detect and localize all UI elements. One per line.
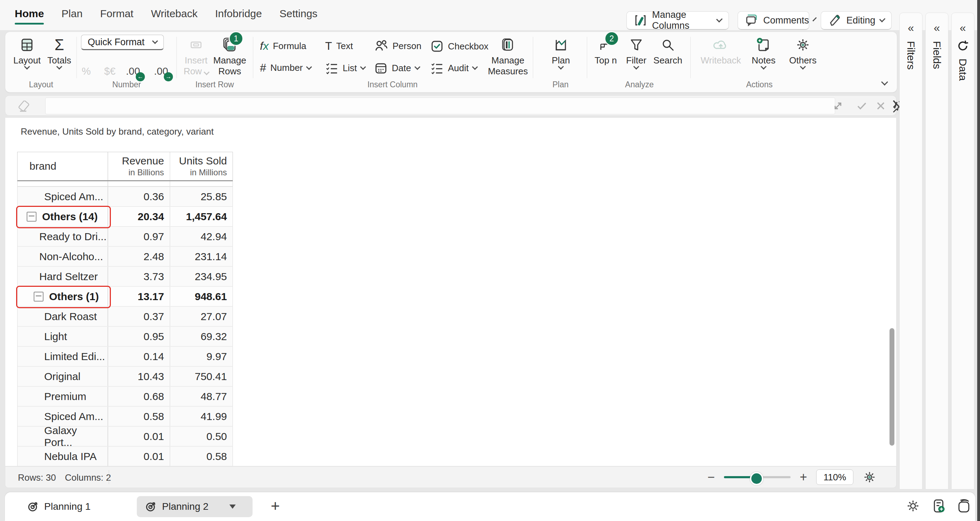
brand-cell[interactable]: Spiced Am... <box>18 187 108 206</box>
units-cell[interactable]: 9.97 <box>170 347 232 366</box>
writeback-button[interactable]: Writeback <box>698 35 744 66</box>
units-cell[interactable]: 27.07 <box>170 307 232 326</box>
plan-button[interactable]: Plan <box>546 35 576 69</box>
grid-settings-gear-icon[interactable] <box>862 470 877 484</box>
units-cell[interactable]: 69.32 <box>170 327 232 346</box>
menu-home[interactable]: Home <box>15 8 44 25</box>
revenue-cell[interactable]: 0.97 <box>108 227 170 246</box>
table-row[interactable]: Original 10.43 750.41 <box>17 367 233 387</box>
table-row[interactable]: Non-Alcoho... 2.48 231.14 <box>17 247 233 267</box>
column-header-units-sold[interactable]: Units Sold in Millions <box>170 152 232 180</box>
settings-gear-icon[interactable] <box>906 499 920 513</box>
layers-icon[interactable] <box>956 499 972 514</box>
tab-planning-1[interactable]: Planning 1 <box>19 496 98 517</box>
units-cell[interactable]: 0.58 <box>170 447 232 466</box>
brand-cell[interactable]: Ready to Dri... <box>18 227 108 246</box>
tab-planning-2[interactable]: Planning 2 <box>137 496 253 517</box>
revenue-cell[interactable]: 0.14 <box>108 347 170 366</box>
table-row[interactable]: Spiced Am... 0.36 25.85 <box>17 187 233 207</box>
layout-button[interactable]: Layout <box>12 35 42 69</box>
cancel-close-icon[interactable] <box>874 100 887 112</box>
units-cell[interactable]: 948.61 <box>170 287 232 306</box>
fields-panel-strip[interactable]: « Fields <box>925 13 948 489</box>
brand-cell[interactable]: Nebula IPA <box>18 447 108 466</box>
increase-decimal-button[interactable]: .00 → <box>154 65 168 77</box>
notes-button[interactable]: Notes <box>748 35 780 69</box>
fields-panel-label[interactable]: Fields <box>931 41 943 69</box>
data-panel-strip[interactable]: « Data <box>951 13 974 489</box>
editing-mode-button[interactable]: Editing <box>821 11 892 30</box>
table-row[interactable]: Light 0.95 69.32 <box>17 327 233 347</box>
top-n-button[interactable]: 2 Top n <box>592 35 620 66</box>
revenue-cell[interactable]: 0.68 <box>108 387 170 406</box>
checkbox-column-button[interactable]: Checkbox <box>430 40 488 53</box>
units-cell[interactable]: 231.14 <box>170 247 232 266</box>
filters-panel-label[interactable]: Filters <box>905 41 917 70</box>
insert-row-button[interactable]: InsertRow <box>181 35 212 77</box>
zoom-slider[interactable] <box>724 476 791 478</box>
person-column-button[interactable]: Person <box>374 40 421 52</box>
units-cell[interactable]: 750.41 <box>170 367 232 386</box>
expand-panel-icon[interactable]: « <box>900 22 922 33</box>
revenue-cell[interactable]: 20.34 <box>108 207 170 226</box>
tab-menu-triangle[interactable] <box>229 505 236 509</box>
zoom-level-box[interactable]: 110% <box>816 469 853 485</box>
brand-cell[interactable]: Non-Alcoho... <box>18 247 108 266</box>
audit-column-button[interactable]: Audit <box>430 61 477 75</box>
brand-cell[interactable]: Premium <box>18 387 108 406</box>
units-cell[interactable]: 1,457.64 <box>170 207 232 226</box>
menu-writeback[interactable]: Writeback <box>151 8 197 25</box>
expand-panel-icon[interactable]: « <box>951 22 974 33</box>
vertical-scrollbar[interactable] <box>889 303 895 466</box>
eraser-icon[interactable] <box>17 101 31 113</box>
refresh-icon[interactable] <box>956 40 969 52</box>
comments-button[interactable]: Comments <box>738 11 809 30</box>
manage-columns-button[interactable]: Manage Columns <box>627 11 729 30</box>
table-row[interactable]: Premium 0.68 48.77 <box>17 387 233 407</box>
search-button[interactable]: Search <box>652 35 684 66</box>
filter-button[interactable]: Filter <box>623 35 649 69</box>
revenue-cell[interactable]: 0.01 <box>108 427 170 446</box>
manage-rows-button[interactable]: 1 ManageRows <box>213 35 247 77</box>
others-button[interactable]: Others <box>785 35 821 69</box>
table-row[interactable]: Others (14) 20.34 1,457.64 <box>17 207 233 227</box>
confirm-check-icon[interactable] <box>856 100 868 112</box>
revenue-cell[interactable]: 0.37 <box>108 307 170 326</box>
formula-column-button[interactable]: fx Formula <box>260 40 306 52</box>
table-row[interactable]: Ready to Dri... 0.97 42.94 <box>17 227 233 247</box>
brand-cell[interactable]: Spiced Am... <box>18 407 108 426</box>
menu-plan[interactable]: Plan <box>61 8 83 25</box>
totals-button[interactable]: Σ Totals <box>45 35 74 69</box>
collapse-minus-icon[interactable] <box>34 292 43 302</box>
scrollbar-thumb[interactable] <box>889 328 894 446</box>
units-cell[interactable]: 0.50 <box>170 427 232 446</box>
date-column-button[interactable]: Date <box>374 61 420 75</box>
zoom-slider-thumb[interactable] <box>750 472 763 485</box>
currency-format-icon[interactable]: $€ <box>104 65 115 77</box>
number-column-button[interactable]: # Number <box>260 61 311 74</box>
brand-cell[interactable]: Hard Seltzer <box>18 267 108 286</box>
revenue-cell[interactable]: 0.36 <box>108 187 170 206</box>
menu-settings[interactable]: Settings <box>280 8 317 25</box>
percent-format-icon[interactable]: % <box>82 65 91 77</box>
expand-panel-icon[interactable]: « <box>926 22 948 33</box>
table-row[interactable]: Limited Edi... 0.14 9.97 <box>17 347 233 367</box>
table-row[interactable]: Galaxy Port... 0.01 0.50 <box>17 427 233 447</box>
formula-input[interactable] <box>45 97 835 114</box>
data-panel-label[interactable]: Data <box>957 59 969 81</box>
zoom-in-button[interactable]: + <box>800 471 807 483</box>
revenue-cell[interactable]: 0.58 <box>108 407 170 426</box>
collapse-minus-icon[interactable] <box>27 212 37 222</box>
units-cell[interactable]: 234.95 <box>170 267 232 286</box>
brand-cell[interactable]: Light <box>18 327 108 346</box>
revenue-cell[interactable]: 10.43 <box>108 367 170 386</box>
table-row[interactable]: Others (1) 13.17 948.61 <box>17 287 233 307</box>
brand-cell[interactable]: Galaxy Port... <box>18 427 108 446</box>
table-row[interactable]: Nebula IPA 0.01 0.58 <box>17 447 233 466</box>
expand-formula-icon[interactable] <box>832 100 844 112</box>
add-sheet-button[interactable]: + <box>271 497 280 515</box>
table-row[interactable]: Dark Roast 0.37 27.07 <box>17 307 233 327</box>
table-row[interactable]: Hard Seltzer 3.73 234.95 <box>17 267 233 287</box>
decrease-decimal-button[interactable]: .00 ← <box>126 65 140 77</box>
menu-infobridge[interactable]: Infobridge <box>215 8 262 25</box>
